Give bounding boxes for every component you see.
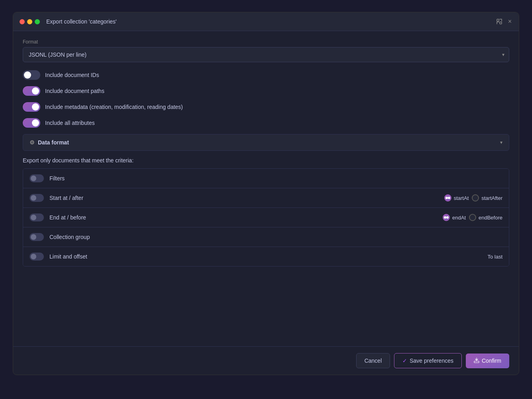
filter-options-limit-offset: To last xyxy=(487,254,502,260)
filter-table: Filters Start at / after startAt startAf… xyxy=(23,168,509,267)
filter-name-limit-offset: Limit and offset xyxy=(49,253,487,260)
radio-circle-start-after xyxy=(472,194,479,201)
format-label: Format xyxy=(23,39,509,45)
filter-row-start-at-after: Start at / after startAt startAfter xyxy=(23,188,509,208)
svg-rect-1 xyxy=(500,22,502,24)
toggle-include-doc-paths: Include document paths xyxy=(23,86,509,96)
filter-toggle-start-at-after[interactable] xyxy=(30,194,44,202)
dialog-footer: Cancel ✓ Save preferences Confirm xyxy=(13,346,519,375)
format-group: Format JSONL (JSON per line) JSON CSV ▾ xyxy=(23,39,509,62)
toggle-include-all-attrs-btn[interactable] xyxy=(23,118,40,128)
radio-label-start-after: startAfter xyxy=(481,195,502,201)
toggle-include-doc-paths-btn[interactable] xyxy=(23,86,40,96)
data-format-label: Data format xyxy=(38,139,69,146)
data-format-title: ⚙ Data format xyxy=(30,139,69,146)
filter-toggle-filters[interactable] xyxy=(30,174,44,182)
filter-name-start-at-after: Start at / after xyxy=(49,195,444,201)
export-icon xyxy=(474,358,479,364)
save-preferences-label: Save preferences xyxy=(410,358,453,364)
radio-circle-end-at xyxy=(443,214,450,221)
toggle-include-doc-paths-label: Include document paths xyxy=(45,88,104,94)
filter-options-end-at-before: endAt endBefore xyxy=(443,214,502,221)
radio-label-start-at: startAt xyxy=(454,195,469,201)
titlebar: Export collection 'categories' × xyxy=(13,12,519,31)
check-icon: ✓ xyxy=(402,358,407,364)
filter-name-filters: Filters xyxy=(49,175,502,182)
confirm-button[interactable]: Confirm xyxy=(466,354,509,368)
filter-row-filters: Filters xyxy=(23,169,509,188)
minimize-window-btn[interactable] xyxy=(27,19,32,24)
filter-row-collection-group: Collection group xyxy=(23,227,509,247)
filter-row-end-at-before: End at / before endAt endBefore xyxy=(23,208,509,227)
toggle-include-metadata-label: Include metadata (creation, modification… xyxy=(45,104,183,110)
filter-name-collection-group: Collection group xyxy=(49,234,502,240)
format-select[interactable]: JSONL (JSON per line) JSON CSV xyxy=(23,47,509,62)
filter-toggle-limit-offset[interactable] xyxy=(30,253,44,261)
save-preferences-button[interactable]: ✓ Save preferences xyxy=(394,353,462,368)
radio-start-after[interactable]: startAfter xyxy=(472,194,502,201)
close-window-btn[interactable] xyxy=(20,19,25,24)
toggle-include-doc-ids-btn[interactable] xyxy=(23,70,40,80)
toggle-include-all-attrs-label: Include all attributes xyxy=(45,120,95,126)
titlebar-right: × xyxy=(495,17,512,26)
data-format-header[interactable]: ⚙ Data format ▾ xyxy=(23,134,509,151)
titlebar-left: Export collection 'categories' xyxy=(20,18,117,25)
radio-circle-start-at xyxy=(444,194,451,201)
criteria-label: Export only documents that meet the crit… xyxy=(23,157,509,164)
radio-label-end-at: endAt xyxy=(452,215,466,221)
dialog-body: Format JSONL (JSON per line) JSON CSV ▾ … xyxy=(13,31,519,275)
filter-toggle-end-at-before[interactable] xyxy=(30,213,44,221)
maximize-window-btn[interactable] xyxy=(35,19,40,24)
radio-end-at[interactable]: endAt xyxy=(443,214,466,221)
toggle-include-metadata-btn[interactable] xyxy=(23,102,40,112)
filter-name-end-at-before: End at / before xyxy=(49,214,443,221)
export-dialog: Export collection 'categories' × Format … xyxy=(13,12,519,375)
svg-rect-2 xyxy=(474,361,479,363)
svg-rect-0 xyxy=(497,19,499,21)
toggle-include-doc-ids-label: Include document IDs xyxy=(45,72,99,78)
radio-circle-end-before xyxy=(469,214,476,221)
dialog-title: Export collection 'categories' xyxy=(46,18,117,25)
filter-options-start-at-after: startAt startAfter xyxy=(444,194,502,201)
toggle-include-all-attrs: Include all attributes xyxy=(23,118,509,128)
collapse-chevron-icon: ▾ xyxy=(500,140,502,145)
expand-icon[interactable] xyxy=(495,18,503,26)
toggle-include-doc-ids: Include document IDs xyxy=(23,70,509,80)
filter-row-limit-offset: Limit and offset To last xyxy=(23,247,509,266)
radio-start-at[interactable]: startAt xyxy=(444,194,469,201)
cancel-button[interactable]: Cancel xyxy=(356,353,390,368)
toggle-include-metadata: Include metadata (creation, modification… xyxy=(23,102,509,112)
format-select-wrapper: JSONL (JSON per line) JSON CSV ▾ xyxy=(23,47,509,62)
radio-end-before[interactable]: endBefore xyxy=(469,214,502,221)
filter-text-to-last: To last xyxy=(487,254,502,260)
window-buttons xyxy=(20,19,40,24)
filter-toggle-collection-group[interactable] xyxy=(30,233,44,241)
confirm-label: Confirm xyxy=(482,358,501,364)
radio-label-end-before: endBefore xyxy=(479,215,502,221)
close-icon[interactable]: × xyxy=(507,17,512,26)
gear-icon: ⚙ xyxy=(30,139,35,146)
